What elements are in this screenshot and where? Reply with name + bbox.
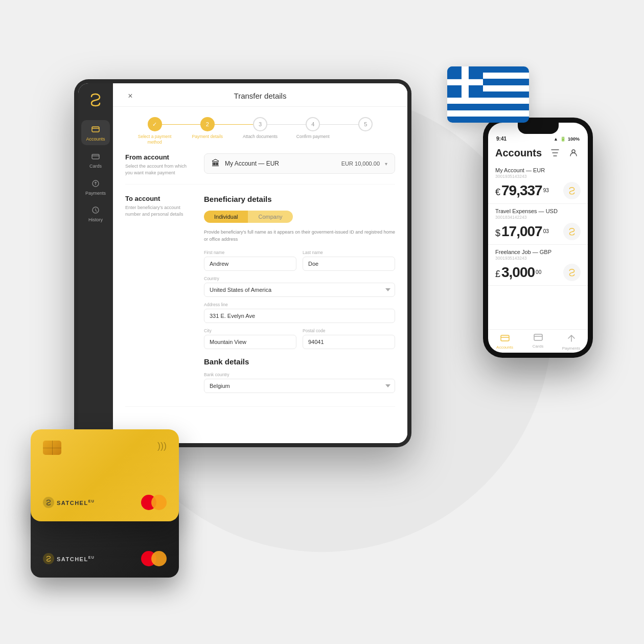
step-4: 4 Confirm payment <box>287 117 339 140</box>
usd-satchel-logo <box>563 223 581 240</box>
filter-button[interactable] <box>548 146 562 160</box>
bank-country-field: Bank country <box>204 372 395 393</box>
tablet-device: Accounts Cards Payment <box>74 79 411 447</box>
sidebar-item-payments[interactable]: Payments <box>81 174 110 199</box>
eur-account-iban: 3001935143243 <box>495 174 581 179</box>
svg-rect-6 <box>534 334 542 340</box>
first-name-input[interactable] <box>204 257 296 271</box>
tablet-header: × Transfer details <box>113 83 407 107</box>
sidebar-item-cards-label: Cards <box>89 164 102 169</box>
sidebar-item-payments-label: Payments <box>85 191 106 196</box>
step-2: 2 Payment details <box>181 117 234 140</box>
gbp-satchel-logo <box>563 264 581 281</box>
step-1: ✓ Select a payment method <box>128 117 181 145</box>
eur-account-name: My Account — EUR <box>495 167 581 173</box>
beneficiary-toggle[interactable]: Individual Company <box>204 211 395 223</box>
to-account-title: To account <box>125 195 192 202</box>
account-card-gbp[interactable]: Freelance Job — GBP 3001935143243 £ 3,00… <box>488 245 588 286</box>
city-input[interactable] <box>204 335 296 349</box>
card-gold-top: ))) <box>43 441 167 455</box>
battery-level: 100% <box>568 136 580 142</box>
satchel-logo-dark: SATCHELEU <box>43 553 95 564</box>
beneficiary-desc: Provide beneficiary's full name as it ap… <box>204 229 395 243</box>
step-5-circle: 5 <box>358 117 373 131</box>
step-1-circle: ✓ <box>148 117 162 131</box>
step-2-label: Payment details <box>192 134 223 140</box>
first-name-field: First name <box>204 250 296 271</box>
bank-title: Bank details <box>204 357 395 366</box>
svg-rect-1 <box>92 154 99 159</box>
sidebar-item-cards[interactable]: Cards <box>81 147 110 172</box>
satchel-s-gold <box>43 497 54 508</box>
gbp-currency-symbol: £ <box>495 269 500 280</box>
city-field: City <box>204 328 296 349</box>
country-row: Country <box>204 276 395 297</box>
phone-status-bar: 9:41 ▲ 🔋 100% <box>488 134 588 142</box>
account-card-eur[interactable]: My Account — EUR 3001935143243 € 79,337 … <box>488 163 588 204</box>
last-name-input[interactable] <box>303 257 395 271</box>
bank-icon: 🏛 <box>212 159 220 168</box>
gbp-balance-row: £ 3,000 00 <box>495 264 581 281</box>
toggle-company[interactable]: Company <box>248 211 292 223</box>
phone-nav-payments-label: Payments <box>562 346 581 351</box>
flag-stripe-8 <box>447 110 529 117</box>
from-account-amount: EUR 10,000.00 <box>341 160 380 167</box>
progress-steps: ✓ Select a payment method 2 Payment deta… <box>113 107 407 153</box>
step-4-circle: 4 <box>306 117 320 131</box>
eur-balance-main: 79,337 <box>501 182 542 199</box>
close-button[interactable]: × <box>125 91 135 101</box>
gbp-balance-main: 3,000 <box>501 264 535 281</box>
last-name-label: Last name <box>303 250 395 255</box>
form-content: From account Select the account from whi… <box>113 153 407 427</box>
phone-nav-cards[interactable]: Cards <box>521 334 555 351</box>
country-input[interactable] <box>204 283 395 297</box>
eur-balance-row: € 79,337 93 <box>495 182 581 199</box>
usd-account-iban: 3001834142243 <box>495 215 581 220</box>
address-input[interactable] <box>204 309 395 323</box>
first-name-label: First name <box>204 250 296 255</box>
usd-account-name: Travel Expenses — USD <box>495 208 581 214</box>
card-dark-bottom: SATCHELEU <box>43 551 167 566</box>
mc-circle-orange-dark <box>151 551 167 566</box>
eur-currency-symbol: € <box>495 187 500 198</box>
postal-input[interactable] <box>303 335 395 349</box>
from-account-section: From account Select the account from whi… <box>125 153 395 185</box>
flag-cross-horizontal <box>447 79 483 85</box>
gbp-account-iban: 3001935143243 <box>495 256 581 261</box>
city-postal-row: City Postal code <box>204 328 395 349</box>
svg-point-4 <box>572 150 575 153</box>
from-account-arrow: ▾ <box>385 161 387 167</box>
postal-label: Postal code <box>303 328 395 333</box>
cards-icon <box>90 151 101 162</box>
accounts-icon <box>90 124 101 134</box>
phone-header-icons <box>548 146 581 160</box>
phone-nav-payments[interactable]: Payments <box>555 334 588 351</box>
phone-nav-cards-icon <box>534 334 543 343</box>
from-account-row[interactable]: 🏛 My Account — EUR EUR 10,000.00 ▾ <box>204 153 395 174</box>
beneficiary-title: Beneficiary details <box>204 195 395 203</box>
phone-nav-accounts-icon <box>500 334 510 344</box>
mc-circle-orange <box>151 495 167 510</box>
step-2-circle: 2 <box>200 117 215 131</box>
account-card-usd[interactable]: Travel Expenses — USD 3001834142243 $ 17… <box>488 204 588 245</box>
step-5: 5 <box>339 117 392 134</box>
phone-nav-payments-icon <box>567 334 576 345</box>
phone-nav-accounts[interactable]: Accounts <box>488 334 521 351</box>
profile-button[interactable] <box>566 146 581 160</box>
step-3: 3 Attach documents <box>234 117 286 140</box>
flag-stripe-9 <box>447 117 529 123</box>
to-account-section: To account Enter beneficiary's account n… <box>125 195 395 407</box>
bank-country-label: Bank country <box>204 372 395 377</box>
sidebar-item-history[interactable]: History <box>81 201 110 226</box>
sidebar-item-accounts[interactable]: Accounts <box>81 120 110 145</box>
mastercard-gold <box>141 495 167 510</box>
phone-accounts-title: Accounts <box>495 147 542 159</box>
last-name-field: Last name <box>303 250 395 271</box>
beneficiary-section: Beneficiary details Individual Company P… <box>204 195 395 349</box>
toggle-individual[interactable]: Individual <box>204 211 248 223</box>
card-gold-bottom: SATCHELEU <box>43 495 167 510</box>
bank-country-input[interactable] <box>204 379 395 393</box>
satchel-brand-dark: SATCHELEU <box>57 556 95 562</box>
bank-country-row: Bank country <box>204 372 395 393</box>
signal-icon: ▲ <box>554 136 558 142</box>
